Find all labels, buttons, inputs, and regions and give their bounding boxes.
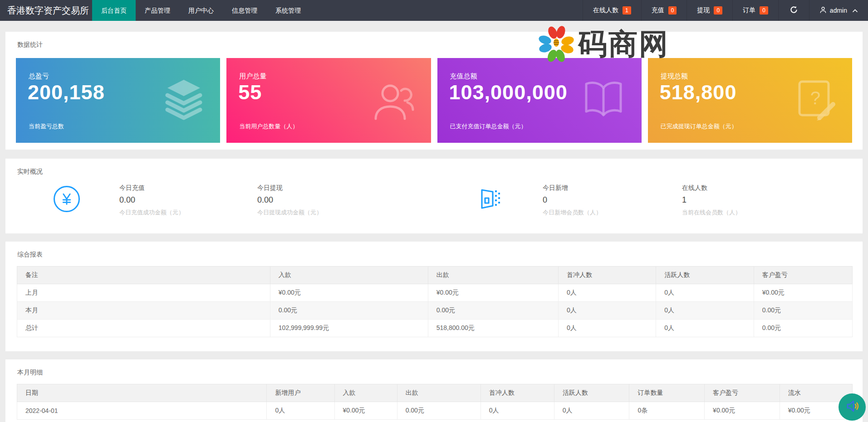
status-badge: 0 bbox=[760, 6, 768, 15]
status-label: 充值 bbox=[652, 6, 664, 15]
refresh-button[interactable] bbox=[778, 0, 809, 21]
status-badge: 1 bbox=[623, 6, 631, 15]
users-icon bbox=[371, 77, 417, 124]
table-header-row: 备注 入款 出款 首冲人数 活跃人数 客户盈亏 bbox=[17, 267, 853, 284]
table-row: 本月 0.00元 0.00元 0人 0人 0.00元 bbox=[17, 302, 853, 320]
col-header: 日期 bbox=[17, 384, 267, 402]
floating-audio-button[interactable] bbox=[839, 393, 866, 421]
panel-title: 实时概况 bbox=[5, 159, 863, 176]
cell: 0.00元 bbox=[397, 402, 481, 420]
nav-item-info[interactable]: 信息管理 bbox=[223, 0, 266, 21]
stat-label: 今日充值 bbox=[119, 184, 184, 192]
status-label: 订单 bbox=[743, 6, 755, 15]
cell: 上月 bbox=[17, 284, 270, 302]
stat-value: 1 bbox=[682, 195, 741, 205]
nav-item-users[interactable]: 用户中心 bbox=[179, 0, 223, 21]
col-header: 出款 bbox=[397, 384, 481, 402]
cell: 0人 bbox=[558, 302, 656, 320]
layers-icon bbox=[162, 77, 206, 124]
user-menu[interactable]: admin bbox=[809, 0, 868, 21]
card-desc: 当前用户总数量（人） bbox=[239, 122, 298, 131]
panel-data-statistics: 数据统计 总盈亏 200,158 当前盈亏总数 用户总量 55 当前用户总数量（… bbox=[5, 32, 863, 150]
col-header: 新增用户 bbox=[267, 384, 334, 402]
cell: 0人 bbox=[656, 320, 754, 337]
col-header: 客户盈亏 bbox=[754, 267, 852, 284]
realtime-stat-today-recharge: 今日充值 0.00 今日充值成功金额（元） bbox=[119, 184, 184, 217]
realtime-stat-online: 在线人数 1 当前在线会员数（人） bbox=[682, 184, 741, 217]
realtime-stat-today-withdraw: 今日提现 0.00 今日提现成功金额（元） bbox=[257, 184, 322, 217]
card-value: 200,158 bbox=[28, 81, 105, 104]
panel-month-detail: 本月明细 日期 新增用户 入款 出款 首冲人数 活跃人数 订单数量 客户盈亏 流… bbox=[5, 359, 863, 422]
book-icon bbox=[580, 78, 627, 123]
col-header: 首冲人数 bbox=[481, 384, 554, 402]
cell: 102,999,999.99元 bbox=[270, 320, 428, 337]
cell: ¥0.00元 bbox=[705, 402, 780, 420]
cell: 本月 bbox=[17, 302, 270, 320]
cell: 0.00元 bbox=[428, 302, 558, 320]
status-badge: 0 bbox=[668, 6, 677, 15]
stat-desc: 当前在线会员数（人） bbox=[682, 209, 741, 217]
cell: ¥0.00元 bbox=[754, 284, 852, 302]
cell: 0条 bbox=[629, 402, 705, 420]
table-header-row: 日期 新增用户 入款 出款 首冲人数 活跃人数 订单数量 客户盈亏 流水 bbox=[17, 384, 853, 402]
cell: 0人 bbox=[656, 284, 754, 302]
col-header: 首冲人数 bbox=[558, 267, 656, 284]
cell: 518,800.00元 bbox=[428, 320, 558, 337]
card-desc: 已支付充值订单总金额（元） bbox=[450, 122, 527, 131]
col-header: 活跃人数 bbox=[656, 267, 754, 284]
status-orders[interactable]: 订单 0 bbox=[732, 0, 778, 21]
stat-desc: 今日提现成功金额（元） bbox=[257, 209, 322, 217]
col-header: 入款 bbox=[334, 384, 397, 402]
cell: 0人 bbox=[558, 284, 656, 302]
cell: 0人 bbox=[267, 402, 334, 420]
cell: 0人 bbox=[481, 402, 554, 420]
card-label: 提现总额 bbox=[661, 72, 688, 81]
cell: 0.00元 bbox=[754, 320, 852, 337]
card-value: 518,800 bbox=[660, 81, 737, 104]
stat-desc: 今日新增会员数（人） bbox=[543, 209, 602, 217]
panel-title: 本月明细 bbox=[5, 359, 863, 377]
cell: 2022-04-01 bbox=[17, 402, 267, 420]
card-value: 55 bbox=[238, 81, 262, 104]
card-value: 103,000,000 bbox=[449, 81, 568, 104]
card-desc: 当前盈亏总数 bbox=[29, 122, 64, 131]
cell: 0.00元 bbox=[754, 302, 852, 320]
stat-cards-row: 总盈亏 200,158 当前盈亏总数 用户总量 55 当前用户总数量（人） bbox=[5, 49, 863, 143]
cell: 总计 bbox=[17, 320, 270, 337]
door-icon bbox=[478, 187, 501, 212]
status-badge: 0 bbox=[714, 6, 722, 15]
col-header: 订单数量 bbox=[629, 384, 705, 402]
chevron-up-icon bbox=[852, 7, 858, 14]
navbar-right: 在线人数 1 充值 0 提现 0 订单 0 admin bbox=[583, 0, 868, 21]
stat-label: 今日提现 bbox=[257, 184, 322, 192]
refresh-icon bbox=[790, 5, 798, 16]
card-total-profit: 总盈亏 200,158 当前盈亏总数 bbox=[16, 58, 220, 143]
stat-label: 在线人数 bbox=[682, 184, 741, 192]
stat-value: 0.00 bbox=[119, 195, 184, 205]
stat-label: 今日新增 bbox=[543, 184, 602, 192]
cell: 0人 bbox=[558, 320, 656, 337]
status-recharge[interactable]: 充值 0 bbox=[641, 0, 687, 21]
panel-summary-report: 综合报表 备注 入款 出款 首冲人数 活跃人数 客户盈亏 上月 ¥0.00元 ¥… bbox=[5, 242, 863, 351]
cell: 0人 bbox=[554, 402, 629, 420]
stat-desc: 今日充值成功金额（元） bbox=[119, 209, 184, 217]
nav-item-products[interactable]: 产品管理 bbox=[136, 0, 179, 21]
table-row: 2022-04-01 0人 ¥0.00元 0.00元 0人 0人 0条 ¥0.0… bbox=[17, 402, 853, 420]
card-label: 充值总额 bbox=[450, 72, 477, 81]
main-menu: 后台首页 产品管理 用户中心 信息管理 系统管理 bbox=[92, 0, 310, 21]
detail-table: 日期 新增用户 入款 出款 首冲人数 活跃人数 订单数量 客户盈亏 流水 202… bbox=[17, 384, 853, 420]
status-label: 在线人数 bbox=[593, 6, 618, 15]
cell: 0人 bbox=[656, 302, 754, 320]
nav-item-home[interactable]: 后台首页 bbox=[92, 0, 136, 21]
status-online-count[interactable]: 在线人数 1 bbox=[583, 0, 641, 21]
col-header: 备注 bbox=[17, 267, 270, 284]
svg-text:?: ? bbox=[810, 88, 820, 108]
cell: ¥0.00元 bbox=[428, 284, 558, 302]
panel-realtime-overview: 实时概况 今日充值 0.00 今日充值成功金额（元） 今日提现 0.00 今日提… bbox=[5, 159, 863, 233]
status-withdraw[interactable]: 提现 0 bbox=[687, 0, 732, 21]
speaker-icon bbox=[844, 398, 860, 416]
panel-title: 综合报表 bbox=[5, 242, 863, 259]
panel-title: 数据统计 bbox=[5, 32, 863, 49]
nav-item-system[interactable]: 系统管理 bbox=[266, 0, 310, 21]
yen-circle-icon bbox=[54, 186, 80, 212]
